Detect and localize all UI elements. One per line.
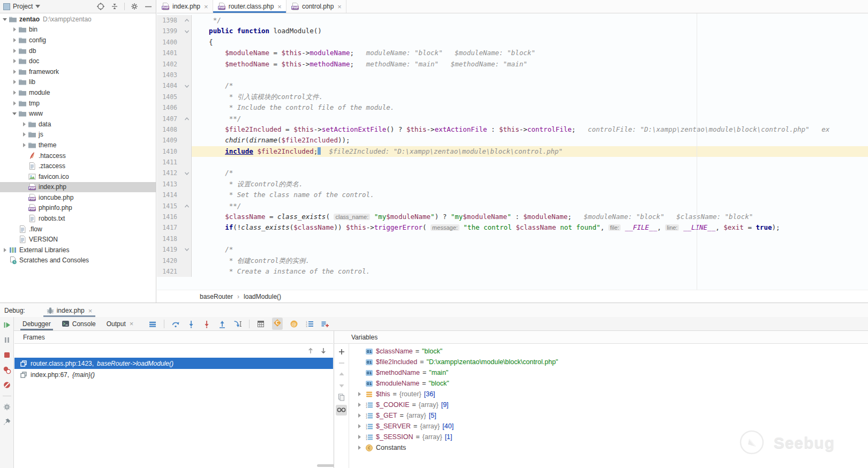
- close-icon[interactable]: ×: [204, 3, 208, 10]
- code-editor[interactable]: 1398 */1399 public function loadModule()…: [157, 13, 868, 290]
- line-number[interactable]: 1418: [157, 233, 183, 244]
- tree-item-scratches-and-consoles[interactable]: Scratches and Consoles: [0, 255, 156, 266]
- fold-marker-icon[interactable]: [183, 201, 192, 212]
- tree-item-external-libraries[interactable]: External Libraries: [0, 245, 156, 255]
- line-number[interactable]: 1400: [157, 37, 183, 48]
- close-icon[interactable]: ×: [277, 3, 282, 10]
- mute-breakpoints-icon[interactable]: [3, 381, 11, 389]
- add-to-watches-icon[interactable]: [321, 320, 329, 328]
- breadcrumb-class[interactable]: baseRouter: [200, 293, 233, 300]
- variable-row-file2included[interactable]: 01$file2Included = "D:\xampp\zentao\modu…: [350, 357, 868, 367]
- editor-tab-control-php[interactable]: PHPcontrol.php×: [286, 0, 346, 13]
- collapse-all-icon[interactable]: [110, 2, 119, 11]
- move-watch-up-icon[interactable]: [338, 371, 345, 378]
- tree-item-flow[interactable]: .flow: [0, 224, 156, 235]
- add-watch-icon[interactable]: [338, 348, 345, 356]
- editor-tab-router-class-php[interactable]: PHProuter.class.php×: [213, 0, 286, 13]
- code-text[interactable]: * 设置control的类名.: [192, 179, 868, 190]
- fold-marker-icon[interactable]: [183, 114, 192, 124]
- code-text[interactable]: **/: [192, 201, 868, 212]
- close-icon[interactable]: ×: [130, 320, 134, 327]
- hide-icon[interactable]: [144, 2, 153, 11]
- duplicate-watch-icon[interactable]: [337, 393, 345, 401]
- tree-item-phpinfo-php[interactable]: PHPphpinfo.php: [0, 203, 156, 214]
- tree-expand-right-icon[interactable]: [20, 132, 28, 137]
- settings-icon[interactable]: [130, 2, 139, 11]
- debug-settings-icon[interactable]: [3, 403, 11, 411]
- tree-item-js[interactable]: js: [0, 130, 156, 140]
- line-number[interactable]: 1416: [157, 212, 183, 222]
- tree-item-framework[interactable]: framework: [0, 66, 156, 77]
- tree-item-index-php[interactable]: PHPindex.php: [0, 182, 156, 193]
- tree-item-www[interactable]: www: [0, 108, 156, 119]
- frame-row-router-class-php-1423[interactable]: router.class.php:1423, baseRouter->loadM…: [14, 358, 333, 369]
- line-number[interactable]: 1402: [157, 59, 183, 70]
- project-view-selector[interactable]: Project: [3, 3, 40, 10]
- tree-expand-right-icon[interactable]: [11, 79, 18, 85]
- tree-item-db[interactable]: db: [0, 46, 156, 56]
- tree-expand-right-icon[interactable]: [20, 122, 28, 127]
- tree-item-zentao[interactable]: zentaoD:\xampp\zentao: [0, 14, 156, 25]
- line-number[interactable]: 1413: [157, 179, 183, 190]
- tree-expand-right-icon[interactable]: [356, 391, 363, 397]
- code-text[interactable]: **/: [192, 114, 868, 124]
- close-icon[interactable]: ×: [88, 307, 93, 314]
- variable-row-get[interactable]: 123$_GET = {array} [5]: [350, 410, 868, 421]
- resume-program-icon[interactable]: [3, 321, 11, 329]
- code-text[interactable]: * Include the control file of the module…: [192, 102, 868, 113]
- frame-row-index-php-67[interactable]: index.php:67, {main}(): [14, 369, 333, 380]
- show-watches-button[interactable]: [336, 405, 347, 416]
- tree-expand-right-icon[interactable]: [356, 424, 363, 429]
- line-number[interactable]: 1414: [157, 190, 183, 200]
- step-into-icon[interactable]: [187, 320, 195, 328]
- variable-row-constants[interactable]: cConstants: [350, 442, 868, 453]
- pin-tab-icon[interactable]: [3, 418, 11, 426]
- line-number[interactable]: 1408: [157, 124, 183, 135]
- tree-expand-down-icon[interactable]: [11, 111, 18, 116]
- code-text[interactable]: if(!class_exists($className)) $this->tri…: [192, 222, 868, 233]
- tree-expand-right-icon[interactable]: [20, 142, 28, 148]
- stop-program-icon[interactable]: [3, 351, 11, 359]
- tree-expand-right-icon[interactable]: [11, 101, 18, 106]
- line-number[interactable]: 1404: [157, 80, 183, 91]
- code-text[interactable]: include $file2Included; $file2Included: …: [192, 146, 868, 157]
- debug-session-tab[interactable]: index.php ×: [43, 307, 96, 317]
- step-over-icon[interactable]: [171, 320, 180, 328]
- force-step-into-icon[interactable]: [202, 320, 211, 328]
- code-text[interactable]: [192, 157, 868, 168]
- fold-marker-icon[interactable]: [183, 15, 192, 26]
- tree-item-bin[interactable]: bin: [0, 25, 156, 35]
- editor-tab-index-php[interactable]: PHPindex.php×: [157, 0, 213, 13]
- code-text[interactable]: /*: [192, 244, 868, 255]
- tree-item-config[interactable]: config: [0, 35, 156, 46]
- tree-item-ztaccess[interactable]: .ztaccess: [0, 161, 156, 171]
- code-text[interactable]: * 创建control类的实例.: [192, 255, 868, 266]
- code-text[interactable]: [192, 233, 868, 244]
- line-number[interactable]: 1398: [157, 15, 183, 26]
- code-text[interactable]: $moduleName = $this->moduleName; moduleN…: [192, 48, 868, 58]
- close-icon[interactable]: ×: [337, 3, 342, 10]
- line-number[interactable]: 1407: [157, 114, 183, 124]
- fold-marker-icon[interactable]: [183, 80, 192, 91]
- breadcrumb-method[interactable]: loadModule(): [244, 293, 281, 300]
- variable-row-session[interactable]: 123$_SESSION = {array} [1]: [350, 432, 868, 442]
- remove-watch-icon[interactable]: [338, 359, 345, 367]
- tree-item-version[interactable]: VERSION: [0, 234, 156, 245]
- tree-expand-right-icon[interactable]: [356, 434, 363, 440]
- debug-tab-console[interactable]: Console: [56, 317, 101, 330]
- tree-item-theme[interactable]: theme: [0, 140, 156, 150]
- line-number[interactable]: 1399: [157, 26, 183, 36]
- tree-expand-right-icon[interactable]: [356, 413, 363, 418]
- inline-values-icon[interactable]: @: [290, 320, 298, 328]
- code-text[interactable]: /*: [192, 168, 868, 178]
- previous-frame-icon[interactable]: [307, 347, 314, 354]
- tree-expand-right-icon[interactable]: [11, 90, 18, 95]
- debug-tab-debugger[interactable]: Debugger: [17, 317, 56, 330]
- tree-expand-right-icon[interactable]: [11, 69, 18, 74]
- tree-expand-right-icon[interactable]: [11, 48, 18, 54]
- code-text[interactable]: * 引入该模块的control文件.: [192, 92, 868, 102]
- pause-program-icon[interactable]: [3, 336, 11, 344]
- code-text[interactable]: $className = class_exists( class_name: "…: [192, 212, 868, 222]
- fold-marker-icon[interactable]: [183, 168, 192, 178]
- step-out-icon[interactable]: [218, 320, 227, 328]
